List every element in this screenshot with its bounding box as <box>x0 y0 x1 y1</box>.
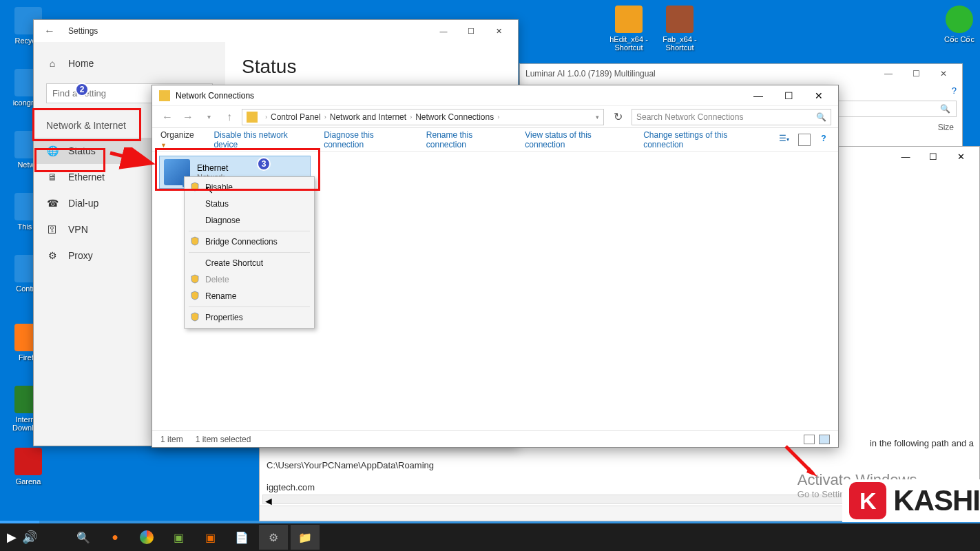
view-options-icon[interactable]: ☰▾ <box>779 134 791 146</box>
taskbar-settings[interactable]: ⚙ <box>259 525 288 550</box>
preview-pane-icon[interactable] <box>798 134 811 146</box>
toolbar-disable-device[interactable]: Disable this network device <box>213 130 311 149</box>
shield-icon <box>190 236 200 246</box>
window-title: Network Connections <box>176 91 254 101</box>
nav-forward-button[interactable]: → <box>180 109 196 125</box>
close-button[interactable]: ✕ <box>948 152 974 162</box>
breadcrumb-network-internet[interactable]: Network and Internet <box>330 112 406 122</box>
desktop-icon-garena[interactable]: Garena <box>4 448 52 486</box>
breadcrumb-control-panel[interactable]: Control Panel <box>271 112 321 122</box>
status-item-count: 1 item <box>160 435 183 444</box>
breadcrumb-network-connections[interactable]: Network Connections <box>415 112 494 122</box>
minimize-button[interactable]: — <box>430 21 457 41</box>
ctx-rename[interactable]: Rename <box>185 288 314 304</box>
dropdown-icon[interactable]: ▾ <box>596 114 599 121</box>
separator <box>189 306 310 307</box>
cursor-icon: ↖ <box>205 183 213 196</box>
search-icon: 🔍 <box>940 104 950 114</box>
maximize-button[interactable]: ☐ <box>903 69 929 79</box>
minimize-button[interactable]: — <box>875 69 901 79</box>
fab-icon <box>666 6 694 33</box>
proxy-icon: ⚙ <box>46 249 59 262</box>
back-button[interactable]: ← <box>39 25 60 37</box>
vpn-icon: ⚿ <box>46 223 59 236</box>
taskbar-explorer[interactable]: 📁 <box>291 525 320 550</box>
play-button[interactable]: ▶ <box>7 530 17 545</box>
hedit-icon <box>615 6 643 33</box>
maximize-button[interactable]: ☐ <box>920 152 946 162</box>
adapter-name: Ethernet <box>197 163 228 173</box>
minimize-button[interactable]: — <box>893 152 919 162</box>
context-menu: Disable Status Diagnose Bridge Connectio… <box>184 176 315 329</box>
connections-list[interactable]: Ethernet Network Disable Status Diagnose… <box>152 152 838 430</box>
nav-history-button[interactable]: ▾ <box>200 109 217 125</box>
shield-icon <box>190 291 200 300</box>
network-connections-window: Network Connections — ☐ ✕ ← → ▾ ↑ › Cont… <box>152 85 839 448</box>
toolbar-organize[interactable]: Organize ▼ <box>160 130 201 149</box>
toolbar-change-settings[interactable]: Change settings of this connection <box>643 130 767 149</box>
shield-icon <box>190 182 200 191</box>
column-header-size[interactable]: Size <box>938 123 954 132</box>
taskbar-search[interactable]: 🔍 <box>69 525 98 550</box>
taskbar-notepad[interactable]: 📄 <box>227 525 256 550</box>
separator <box>189 231 310 231</box>
desktop-icon-fab[interactable]: Fab_x64 - Shortcut <box>656 6 704 52</box>
taskbar-app1[interactable]: ▣ <box>164 525 193 550</box>
taskbar-chrome[interactable] <box>132 525 161 550</box>
ethernet-icon: 🖥 <box>46 171 59 183</box>
kashi-watermark: K KASHI <box>842 479 980 522</box>
close-button[interactable]: ✕ <box>804 86 834 105</box>
minimize-button[interactable]: — <box>743 86 773 105</box>
status-icon: 🌐 <box>46 145 59 157</box>
page-title: Status <box>242 56 501 78</box>
ctx-properties[interactable]: Properties <box>185 309 314 326</box>
toolbar-diagnose[interactable]: Diagnose this connection <box>324 130 414 149</box>
folder-icon <box>247 112 258 123</box>
ctx-bridge[interactable]: Bridge Connections <box>185 233 314 250</box>
ctx-delete: Delete <box>185 271 314 288</box>
address-bar[interactable]: › Control Panel › Network and Internet ›… <box>242 109 604 125</box>
ctx-status[interactable]: Status <box>185 196 314 212</box>
toolbar-rename[interactable]: Rename this connection <box>426 130 512 149</box>
toolbar-view-status[interactable]: View status of this connection <box>525 130 631 149</box>
dialup-icon: ☎ <box>46 197 59 209</box>
annotation-badge-2: 2 <box>75 83 89 96</box>
annotation-badge-3: 3 <box>257 157 271 171</box>
help-icon[interactable]: ? <box>817 134 830 146</box>
explorer-title: Luminar AI 1.0.0 (7189) Multilingual <box>525 69 656 79</box>
search-icon: 🔍 <box>816 112 826 122</box>
refresh-button[interactable]: ↻ <box>608 110 627 123</box>
kashi-logo-icon: K <box>849 482 886 519</box>
ctx-create-shortcut[interactable]: Create Shortcut <box>185 255 314 271</box>
desktop-icon-coccoc[interactable]: Cốc Cốc <box>935 6 980 44</box>
taskbar-app2[interactable]: ▣ <box>196 525 225 550</box>
desktop-icon-hedit[interactable]: hEdit_x64 - Shortcut <box>605 6 653 52</box>
close-button[interactable]: ✕ <box>930 69 957 79</box>
taskbar: ▶ 🔊 🔍 ● ▣ ▣ 📄 ⚙ 📁 <box>0 523 980 551</box>
garena-icon <box>14 448 42 475</box>
close-button[interactable]: ✕ <box>485 21 512 41</box>
nav-up-button[interactable]: ↑ <box>221 109 238 125</box>
window-title: Settings <box>68 26 98 36</box>
nav-back-button[interactable]: ← <box>159 109 176 125</box>
coccoc-icon <box>946 6 973 33</box>
maximize-button[interactable]: ☐ <box>773 86 804 105</box>
status-selected-count: 1 item selected <box>196 435 251 444</box>
search-input[interactable]: Search Network Connections 🔍 <box>632 109 831 125</box>
separator <box>189 252 310 253</box>
ctx-diagnose[interactable]: Diagnose <box>185 212 314 229</box>
control-panel-icon <box>159 90 170 101</box>
help-icon[interactable]: ? <box>952 85 957 96</box>
shield-icon <box>190 274 200 284</box>
annotation-arrow-kashi <box>780 441 822 482</box>
volume-button[interactable]: 🔊 <box>22 530 37 545</box>
maximize-button[interactable]: ☐ <box>457 21 485 41</box>
taskbar-firefox[interactable]: ● <box>101 525 129 550</box>
shield-icon <box>190 312 200 322</box>
home-icon: ⌂ <box>46 57 59 70</box>
sidebar-item-home[interactable]: ⌂ Home <box>34 50 225 76</box>
